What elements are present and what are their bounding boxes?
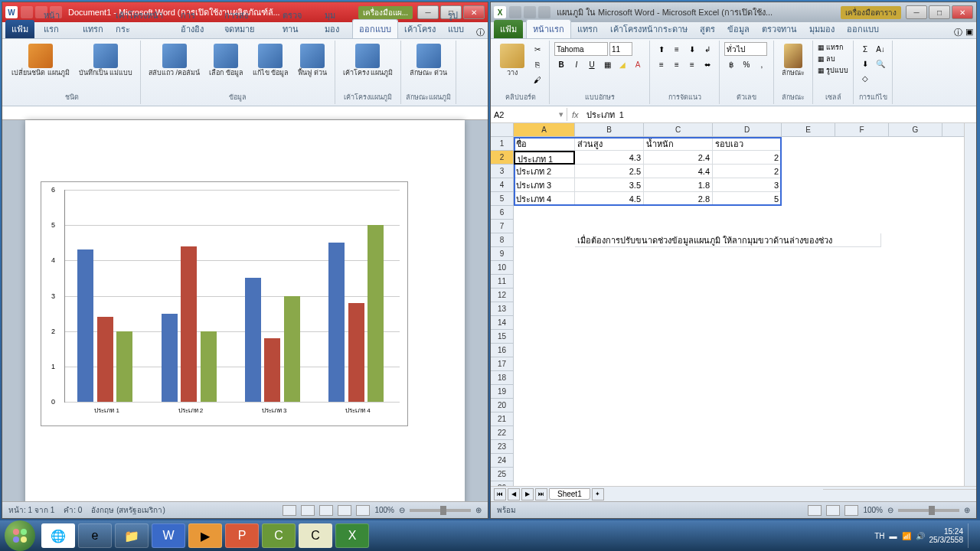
taskbar-ie-icon[interactable]: e [78,523,112,548]
tab-insert[interactable]: แทรก [77,20,109,38]
column-header-D[interactable]: D [713,123,782,136]
close-button[interactable]: ✕ [952,5,973,19]
clear-icon[interactable]: ◇ [858,71,872,85]
cell-B1[interactable]: ส่วนสูง [575,137,644,151]
name-box[interactable]: ▾ [491,108,567,121]
cell-C5[interactable]: 2.8 [644,192,713,206]
quick-styles-button[interactable]: ลักษณะ ด่วน [407,42,451,79]
row-header-3[interactable]: 3 [491,165,513,178]
taskbar-explorer-icon[interactable]: 📁 [115,523,149,548]
row-header-7[interactable]: 7 [491,220,513,233]
taskbar-app-icon[interactable]: C [299,523,332,548]
row-header-18[interactable]: 18 [491,371,513,385]
refresh-data-button[interactable]: ฟื้นฟู ด่วน [295,42,330,79]
taskbar-chrome-icon[interactable]: 🌐 [41,523,75,548]
row-header-9[interactable]: 9 [491,247,513,261]
save-icon[interactable] [21,6,33,18]
cell-A1[interactable]: ชื่อ [514,137,575,151]
cell-B8[interactable]: เมื่อต้องการปรับขนาดช่วงข้อมูลแผนภูมิ ให… [575,233,881,247]
delete-cells-button[interactable]: ▦ลบ [818,54,848,64]
word-document-area[interactable]: 0123456ประเภท 1ประเภท 2ประเภท 3ประเภท 4 [2,106,488,501]
row-header-20[interactable]: 20 [491,399,513,412]
sort-icon[interactable]: A↓ [874,42,887,56]
align-middle-icon[interactable]: ≡ [670,42,684,56]
cell-B2[interactable]: 4.3 [575,151,644,165]
fill-icon[interactable]: ⬇ [858,57,872,70]
underline-button[interactable]: U [585,57,599,71]
web-view-button[interactable] [319,505,333,516]
column-header-A[interactable]: A [514,123,575,136]
tab-review[interactable]: ตรวจทาน [756,20,803,38]
formula-input[interactable] [583,109,976,121]
cell-D4[interactable]: 3 [713,178,782,192]
system-tray[interactable]: TH ▬ 📶 🔊 15:24 25/3/2558 [874,523,975,548]
horizontal-scrollbar[interactable] [823,489,976,500]
tab-formulas[interactable]: สูตร [694,20,721,38]
tray-date[interactable]: 25/3/2558 [929,536,964,544]
column-header-F[interactable]: F [835,123,889,136]
row-header-5[interactable]: 5 [491,192,513,206]
bold-button[interactable]: B [554,57,568,71]
row-header-4[interactable]: 4 [491,178,513,192]
cell-C4[interactable]: 1.8 [644,178,713,192]
tab-view[interactable]: มุมมอง [318,6,352,38]
cell-D3[interactable]: 2 [713,165,782,178]
sheet-nav-next[interactable]: ▶ [521,488,534,500]
outline-view-button[interactable] [338,505,351,516]
taskbar-excel-icon[interactable]: X [335,523,369,548]
row-header-15[interactable]: 15 [491,330,513,344]
row-header-12[interactable]: 12 [491,289,513,302]
cell-C2[interactable]: 2.4 [644,151,713,165]
tray-flag-icon[interactable]: ▬ [890,532,897,540]
tab-file[interactable]: แฟ้ม [5,20,34,38]
collapse-ribbon-icon[interactable]: ▣ [965,27,973,38]
taskbar-powerpoint-icon[interactable]: P [225,523,259,548]
tab-insert[interactable]: แทรก [571,20,604,38]
find-icon[interactable]: 🔍 [874,57,887,70]
cell-D5[interactable]: 5 [713,192,782,206]
show-desktop-button[interactable] [968,523,975,548]
zoom-in-button[interactable]: ⊕ [964,506,970,514]
help-icon[interactable]: ⓘ [954,27,962,38]
tab-layout[interactable]: เค้าโครงหน้ากระ [109,6,175,38]
merge-icon[interactable]: ⬌ [701,57,714,71]
comma-icon[interactable]: , [755,57,769,71]
zoom-out-button[interactable]: ⊖ [399,506,405,514]
embedded-chart[interactable]: 0123456ประเภท 1ประเภท 2ประเภท 3ประเภท 4 [41,181,408,426]
row-header-11[interactable]: 11 [491,275,513,289]
cell-A4[interactable]: ประเภท 3 [514,178,575,192]
font-name-selector[interactable] [554,42,608,56]
percent-icon[interactable]: % [740,57,753,71]
print-layout-view-button[interactable] [283,505,296,516]
draft-view-button[interactable] [356,505,370,516]
border-button[interactable]: ▦ [600,57,614,71]
tab-page-layout[interactable]: เค้าโครงหน้ากระดาษ [604,20,694,38]
cell-A3[interactable]: ประเภท 2 [514,165,575,178]
italic-button[interactable]: I [570,57,583,71]
language-status[interactable]: อังกฤษ (สหรัฐอเมริกา) [91,504,165,516]
row-header-6[interactable]: 6 [491,206,513,220]
wrap-text-icon[interactable]: ↲ [701,42,714,56]
tab-references[interactable]: การอ้างอิง [175,6,219,38]
select-data-button[interactable]: เลือก ข้อมูล [206,42,247,79]
tab-format[interactable]: รูปแบบ [442,6,476,38]
zoom-slider[interactable] [898,509,959,512]
tray-volume-icon[interactable]: 🔊 [916,532,925,540]
minimize-button[interactable]: ─ [417,5,439,19]
tray-network-icon[interactable]: 📶 [902,532,911,540]
sheet-tab-1[interactable]: Sheet1 [549,488,590,500]
copy-icon[interactable]: ⎘ [531,57,544,71]
currency-icon[interactable]: ฿ [724,57,738,71]
align-left-icon[interactable]: ≡ [655,57,668,71]
fx-icon[interactable]: fx [567,110,583,119]
zoom-level[interactable]: 100% [374,506,394,514]
zoom-out-button[interactable]: ⊖ [887,506,893,514]
sheet-nav-last[interactable]: ⏭ [535,488,547,500]
column-header-B[interactable]: B [575,123,644,136]
tab-home[interactable]: หน้าแรก [38,6,77,38]
row-header-14[interactable]: 14 [491,316,513,330]
sheet-nav-first[interactable]: ⏮ [494,488,506,500]
align-top-icon[interactable]: ⬆ [655,42,668,56]
redo-icon[interactable] [538,6,550,18]
column-header-E[interactable]: E [782,123,835,136]
